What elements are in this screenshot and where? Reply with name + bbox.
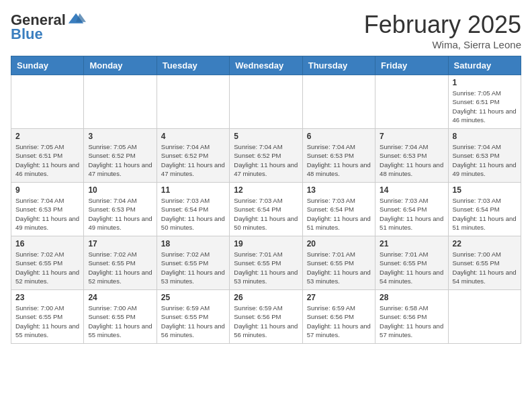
calendar-cell: 15Sunrise: 7:03 AM Sunset: 6:54 PM Dayli… [448, 183, 521, 236]
day-header-sunday: Sunday [11, 56, 84, 75]
calendar-cell [11, 75, 84, 129]
day-info: Sunrise: 6:59 AM Sunset: 6:56 PM Dayligh… [307, 304, 371, 339]
day-header-monday: Monday [84, 56, 157, 75]
calendar-cell [230, 75, 302, 129]
day-number: 3 [88, 132, 152, 141]
calendar-cell: 11Sunrise: 7:03 AM Sunset: 6:54 PM Dayli… [157, 183, 229, 236]
day-number: 6 [307, 132, 371, 141]
calendar-cell: 22Sunrise: 7:00 AM Sunset: 6:55 PM Dayli… [448, 236, 521, 290]
day-header-friday: Friday [375, 56, 448, 75]
day-number: 28 [380, 293, 443, 302]
day-number: 26 [234, 293, 298, 302]
calendar-cell [375, 75, 448, 129]
calendar-cell: 4Sunrise: 7:04 AM Sunset: 6:52 PM Daylig… [157, 129, 229, 183]
day-info: Sunrise: 7:04 AM Sunset: 6:53 PM Dayligh… [380, 142, 443, 178]
day-number: 27 [307, 293, 371, 302]
calendar-cell: 6Sunrise: 7:04 AM Sunset: 6:53 PM Daylig… [302, 129, 375, 183]
calendar-header-row: SundayMondayTuesdayWednesdayThursdayFrid… [11, 56, 521, 75]
calendar-cell [84, 75, 157, 129]
day-number: 13 [307, 185, 371, 195]
day-info: Sunrise: 7:03 AM Sunset: 6:54 PM Dayligh… [380, 196, 443, 232]
title-block: February 2025 Wima, Sierra Leone [364, 11, 521, 50]
calendar-cell [448, 290, 521, 344]
calendar-cell: 21Sunrise: 7:01 AM Sunset: 6:55 PM Dayli… [375, 236, 448, 290]
calendar-table: SundayMondayTuesdayWednesdayThursdayFrid… [11, 56, 521, 344]
day-number: 14 [380, 185, 443, 195]
day-info: Sunrise: 7:04 AM Sunset: 6:52 PM Dayligh… [234, 142, 298, 178]
logo-icon [67, 11, 86, 30]
calendar-week-row: 9Sunrise: 7:04 AM Sunset: 6:53 PM Daylig… [11, 183, 521, 236]
day-number: 10 [88, 185, 152, 195]
day-info: Sunrise: 7:03 AM Sunset: 6:54 PM Dayligh… [307, 196, 371, 232]
calendar-cell: 17Sunrise: 7:02 AM Sunset: 6:55 PM Dayli… [84, 236, 157, 290]
day-info: Sunrise: 7:03 AM Sunset: 6:54 PM Dayligh… [161, 196, 225, 232]
day-info: Sunrise: 7:00 AM Sunset: 6:55 PM Dayligh… [453, 250, 517, 285]
day-number: 25 [161, 293, 225, 302]
calendar-week-row: 2Sunrise: 7:05 AM Sunset: 6:51 PM Daylig… [11, 129, 521, 183]
day-number: 22 [453, 239, 517, 248]
day-number: 21 [380, 239, 443, 248]
day-info: Sunrise: 7:04 AM Sunset: 6:53 PM Dayligh… [307, 142, 371, 178]
calendar-cell: 1Sunrise: 7:05 AM Sunset: 6:51 PM Daylig… [448, 75, 521, 129]
calendar-cell: 20Sunrise: 7:01 AM Sunset: 6:55 PM Dayli… [302, 236, 375, 290]
day-number: 23 [15, 293, 79, 302]
day-number: 9 [15, 185, 79, 195]
day-number: 17 [88, 239, 152, 248]
logo-blue-text: Blue [11, 26, 43, 43]
logo: General Blue [11, 11, 86, 43]
day-info: Sunrise: 7:03 AM Sunset: 6:54 PM Dayligh… [234, 196, 298, 232]
calendar-cell: 23Sunrise: 7:00 AM Sunset: 6:55 PM Dayli… [11, 290, 84, 344]
day-info: Sunrise: 7:02 AM Sunset: 6:55 PM Dayligh… [15, 250, 79, 285]
day-info: Sunrise: 6:59 AM Sunset: 6:56 PM Dayligh… [234, 304, 298, 339]
calendar-cell: 13Sunrise: 7:03 AM Sunset: 6:54 PM Dayli… [302, 183, 375, 236]
calendar-week-row: 16Sunrise: 7:02 AM Sunset: 6:55 PM Dayli… [11, 236, 521, 290]
day-number: 8 [453, 132, 517, 141]
day-number: 11 [161, 185, 225, 195]
calendar-cell: 5Sunrise: 7:04 AM Sunset: 6:52 PM Daylig… [230, 129, 302, 183]
calendar-week-row: 1Sunrise: 7:05 AM Sunset: 6:51 PM Daylig… [11, 75, 521, 129]
day-info: Sunrise: 7:03 AM Sunset: 6:54 PM Dayligh… [453, 196, 517, 232]
day-header-thursday: Thursday [302, 56, 375, 75]
calendar-cell: 16Sunrise: 7:02 AM Sunset: 6:55 PM Dayli… [11, 236, 84, 290]
day-info: Sunrise: 7:04 AM Sunset: 6:53 PM Dayligh… [453, 142, 517, 178]
day-info: Sunrise: 7:01 AM Sunset: 6:55 PM Dayligh… [234, 250, 298, 285]
calendar-cell: 7Sunrise: 7:04 AM Sunset: 6:53 PM Daylig… [375, 129, 448, 183]
day-header-tuesday: Tuesday [157, 56, 229, 75]
day-header-saturday: Saturday [448, 56, 521, 75]
day-number: 18 [161, 239, 225, 248]
day-number: 24 [88, 293, 152, 302]
day-info: Sunrise: 7:02 AM Sunset: 6:55 PM Dayligh… [88, 250, 152, 285]
calendar-cell [302, 75, 375, 129]
page-header: General Blue February 2025 Wima, Sierra … [11, 11, 521, 50]
calendar-cell: 10Sunrise: 7:04 AM Sunset: 6:53 PM Dayli… [84, 183, 157, 236]
day-number: 4 [161, 132, 225, 141]
month-title: February 2025 [364, 11, 521, 39]
day-info: Sunrise: 7:00 AM Sunset: 6:55 PM Dayligh… [15, 304, 79, 339]
calendar-cell: 8Sunrise: 7:04 AM Sunset: 6:53 PM Daylig… [448, 129, 521, 183]
day-number: 20 [307, 239, 371, 248]
calendar-cell: 3Sunrise: 7:05 AM Sunset: 6:52 PM Daylig… [84, 129, 157, 183]
day-header-wednesday: Wednesday [230, 56, 302, 75]
calendar-cell: 9Sunrise: 7:04 AM Sunset: 6:53 PM Daylig… [11, 183, 84, 236]
location: Wima, Sierra Leone [364, 39, 521, 50]
day-info: Sunrise: 7:04 AM Sunset: 6:53 PM Dayligh… [88, 196, 152, 232]
day-info: Sunrise: 7:05 AM Sunset: 6:51 PM Dayligh… [453, 89, 517, 124]
calendar-cell: 24Sunrise: 7:00 AM Sunset: 6:55 PM Dayli… [84, 290, 157, 344]
day-info: Sunrise: 7:02 AM Sunset: 6:55 PM Dayligh… [161, 250, 225, 285]
day-number: 12 [234, 185, 298, 195]
calendar-cell: 26Sunrise: 6:59 AM Sunset: 6:56 PM Dayli… [230, 290, 302, 344]
calendar-cell: 18Sunrise: 7:02 AM Sunset: 6:55 PM Dayli… [157, 236, 229, 290]
day-number: 19 [234, 239, 298, 248]
calendar-cell: 25Sunrise: 6:59 AM Sunset: 6:55 PM Dayli… [157, 290, 229, 344]
day-info: Sunrise: 7:05 AM Sunset: 6:51 PM Dayligh… [15, 142, 79, 178]
calendar-cell: 19Sunrise: 7:01 AM Sunset: 6:55 PM Dayli… [230, 236, 302, 290]
day-number: 15 [453, 185, 517, 195]
day-info: Sunrise: 6:59 AM Sunset: 6:55 PM Dayligh… [161, 304, 225, 339]
day-number: 7 [380, 132, 443, 141]
day-info: Sunrise: 7:04 AM Sunset: 6:53 PM Dayligh… [15, 196, 79, 232]
calendar-cell: 28Sunrise: 6:58 AM Sunset: 6:56 PM Dayli… [375, 290, 448, 344]
calendar-cell: 14Sunrise: 7:03 AM Sunset: 6:54 PM Dayli… [375, 183, 448, 236]
day-number: 5 [234, 132, 298, 141]
day-number: 2 [15, 132, 79, 141]
day-info: Sunrise: 7:05 AM Sunset: 6:52 PM Dayligh… [88, 142, 152, 178]
